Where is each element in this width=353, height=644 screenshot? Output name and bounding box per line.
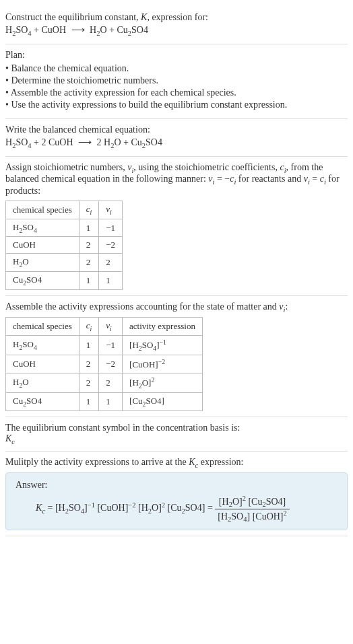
unbalanced-equation: H2SO4 + CuOH ⟶ H2O + Cu2SO4 (5, 24, 348, 37)
h2so4: H2SO4 (5, 25, 32, 35)
table-row: Cu2SO4 1 1 (6, 271, 123, 289)
table-row: H2O 2 2 (6, 254, 123, 272)
intro-text-part2: , expression for: (147, 12, 208, 22)
table-row: CuOH 2 −2 (6, 237, 123, 254)
assign-section: Assign stoichiometric numbers, νi, using… (5, 157, 348, 296)
multiply-section: Mulitply the activity expressions to arr… (5, 452, 348, 537)
table-row: H2SO4 1 −1 [H2SO4]−1 (6, 335, 203, 355)
plan-list: Balance the chemical equation. Determine… (5, 63, 348, 110)
col-nu: νi (99, 201, 123, 219)
symbol-section: The equilibrium constant symbol in the c… (5, 417, 348, 452)
plan-item: Balance the chemical equation. (5, 63, 348, 74)
activity-section: Assemble the activity expressions accoun… (5, 296, 348, 417)
intro-text-part1: Construct the equilibrium constant, (5, 12, 141, 22)
stoich-table: chemical species ci νi H2SO4 1 −1 CuOH 2… (5, 201, 123, 289)
fraction: [H2O]2 [Cu2SO4] [H2SO4] [CuOH]2 (215, 495, 289, 523)
kc-symbol: Kc (5, 433, 348, 445)
intro-text: Construct the equilibrium constant, K, e… (5, 12, 348, 23)
table-header-row: chemical species ci νi activity expressi… (6, 318, 203, 336)
K-symbol: K (141, 12, 147, 22)
intro-section: Construct the equilibrium constant, K, e… (5, 5, 348, 44)
plan-title: Plan: (5, 50, 348, 61)
cuoh: CuOH (41, 25, 66, 35)
activity-title: Assemble the activity expressions accoun… (5, 301, 348, 314)
col-ci: ci (79, 201, 99, 219)
balanced-section: Write the balanced chemical equation: H2… (5, 119, 348, 157)
plan-item: Use the activity expressions to build th… (5, 100, 348, 110)
balanced-equation: H2SO4 + 2 CuOH ⟶ 2 H2O + Cu2SO4 (5, 137, 348, 149)
table-row: CuOH 2 −2 [CuOH]−2 (6, 355, 203, 373)
activity-table: chemical species ci νi activity expressi… (5, 317, 203, 410)
reaction-arrow: ⟶ (71, 25, 85, 35)
plan-item: Determine the stoichiometric numbers. (5, 75, 348, 86)
numerator: [H2O]2 [Cu2SO4] (215, 495, 289, 509)
symbol-text: The equilibrium constant symbol in the c… (5, 423, 348, 433)
table-row: H2O 2 2 [H2O]2 (6, 373, 203, 393)
table-header-row: chemical species ci νi (6, 201, 123, 219)
balanced-title: Write the balanced chemical equation: (5, 124, 348, 135)
plan-item: Assemble the activity expression for eac… (5, 87, 348, 98)
plan-section: Plan: Balance the chemical equation. Det… (5, 44, 348, 119)
denominator: [H2SO4] [CuOH]2 (215, 509, 289, 523)
table-row: H2SO4 1 −1 (6, 219, 123, 237)
answer-equation: Kc = [H2SO4]−1 [CuOH]−2 [H2O]2 [Cu2SO4] … (15, 495, 338, 523)
cu2so4: Cu2SO4 (117, 25, 148, 35)
answer-label: Answer: (15, 480, 338, 491)
col-species: chemical species (6, 201, 79, 219)
assign-text: Assign stoichiometric numbers, νi, using… (5, 162, 348, 197)
answer-box: Answer: Kc = [H2SO4]−1 [CuOH]−2 [H2O]2 [… (5, 472, 348, 530)
h2o: H2O (90, 25, 107, 35)
table-row: Cu2SO4 1 1 [Cu2SO4] (6, 393, 203, 411)
multiply-text: Mulitply the activity expressions to arr… (5, 457, 348, 469)
